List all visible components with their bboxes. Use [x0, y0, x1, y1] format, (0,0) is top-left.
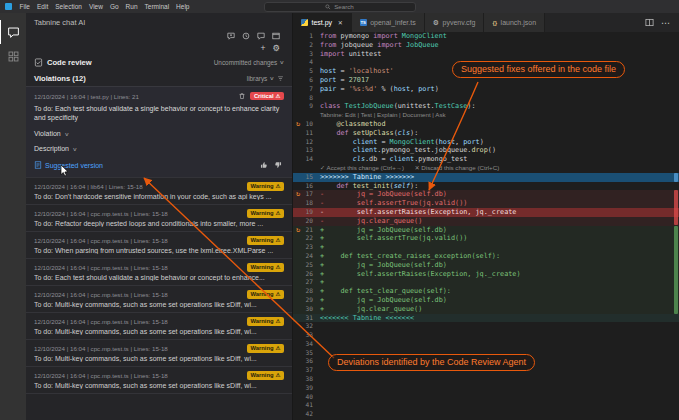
code-line-11[interactable]: 11 def setUpClass(cls):	[293, 129, 679, 138]
violation-item[interactable]: 12/10/2024 | 16:04 | lib64 | Lines: 15-1…	[26, 178, 292, 205]
code-line-26[interactable]: 26+ self.assertRaises(Exception, jq._cre…	[293, 270, 679, 279]
code-line-39[interactable]: 39	[293, 384, 679, 393]
code-line-41[interactable]: 41	[293, 401, 679, 410]
code-line-29[interactable]: 29+ jq = JobQueue(self.db)	[293, 296, 679, 305]
code-line-23[interactable]: 23+	[293, 243, 679, 252]
tab-pyvenv.cfg[interactable]: ⚙pyvenv.cfg	[425, 13, 485, 32]
violation-item[interactable]: 12/10/2024 | 16:04 | cpc.mp.test.ts | Li…	[26, 286, 292, 313]
code-line-10[interactable]: ↻10 @classmethod	[293, 120, 679, 129]
annotation-callout-code: Suggested fixes offered in the code file	[452, 61, 625, 78]
line-number: 21	[303, 226, 320, 235]
code-line-20[interactable]: 20- jq.clear_queue()	[293, 217, 679, 226]
line-number: 30	[303, 305, 320, 314]
tab-label: pyvenv.cfg	[442, 19, 475, 26]
menu-go[interactable]: Go	[106, 3, 122, 10]
violation-item[interactable]: 12/10/2024 | 16:04 | cpc.mp.test.ts | Li…	[26, 367, 292, 394]
code-line-24[interactable]: 24+ def test_create_raises_exception(sel…	[293, 252, 679, 261]
line-number: 38	[303, 375, 320, 384]
violation-item[interactable]: 12/10/2024 | 16:04 | cpc.mp.test.ts | Li…	[26, 259, 292, 286]
tab-test.py[interactable]: test.py✕	[293, 13, 352, 32]
violation-description: To do: Each test should validate a singl…	[34, 104, 284, 122]
code-line-38[interactable]: 38	[293, 375, 679, 384]
code-review-icon	[34, 58, 43, 67]
line-number: 18	[303, 199, 320, 208]
conversations-icon[interactable]	[257, 32, 265, 40]
code-line-14[interactable]: 14 cls.db = client.pymongo_test	[293, 155, 679, 164]
activity-extensions-button[interactable]	[0, 44, 26, 68]
violations-title: Violations (12)	[34, 74, 86, 83]
merge-actions-codelens[interactable]: ✓ Accept this change (Ctrl+→) ✕ Discard …	[293, 164, 679, 173]
menu-run[interactable]: Run	[122, 3, 141, 10]
changes-filter-dropdown[interactable]: Uncommitted changes∨	[214, 59, 284, 66]
more-actions-icon[interactable]: ⋯	[661, 19, 670, 27]
settings-gear-icon[interactable]: ⚙	[272, 44, 280, 52]
menu-selection[interactable]: Selection	[52, 3, 86, 10]
tabnine-fix-icon[interactable]: ↻	[293, 120, 303, 129]
code-line-19[interactable]: 19- self.assertRaises(Exception, jq._cre…	[293, 208, 679, 217]
code-line-9[interactable]: 9class TestJobQueue(unittest.TestCase):	[293, 102, 679, 111]
menu-edit[interactable]: Edit	[33, 3, 51, 10]
violation-item[interactable]: 12/10/2024 | 16:04 | cpc.mp.test.ts | Li…	[26, 232, 292, 259]
code-line-12[interactable]: 12 client = MongoClient(host, port)	[293, 138, 679, 147]
code-line-21[interactable]: ↻21+ jq = JobQueue(self.db)	[293, 226, 679, 235]
code-line-15[interactable]: 15>>>>>>> Tabnine >>>>>>>	[293, 173, 679, 182]
global-search-input[interactable]: Search	[264, 2, 416, 12]
tabnine-fix-icon[interactable]: ↻	[293, 190, 303, 199]
line-number: 13	[303, 146, 320, 155]
code-line-1[interactable]: 1from pymongo import MongoClient	[293, 32, 679, 41]
menu-view[interactable]: View	[85, 3, 106, 10]
code-line-30[interactable]: 30+ jq.clear_queue()	[293, 305, 679, 314]
activity-tabnine-chat-button[interactable]	[0, 20, 26, 44]
code-line-42[interactable]: 42	[293, 410, 679, 419]
menu-file[interactable]: File	[16, 3, 33, 10]
library-filter-dropdown[interactable]: librarys∨	[247, 75, 284, 82]
code-line-25[interactable]: 25+ jq = JobQueue(self.db)	[293, 261, 679, 270]
violation-text: To do: Multi-key commands, such as some …	[34, 382, 284, 389]
thumbs-down-icon[interactable]	[274, 161, 282, 169]
tab-launch.json[interactable]: {}launch.json	[484, 13, 545, 32]
violation-section-toggle[interactable]: Violation∨	[34, 130, 284, 137]
code-line-28[interactable]: 28+ def test_clear_queue(self):	[293, 287, 679, 296]
code-line-40[interactable]: 40	[293, 393, 679, 402]
close-tab-icon[interactable]: ✕	[338, 19, 343, 26]
violation-item[interactable]: 12/10/2024 | 16:04 | cpc.mp.test.ts | Li…	[26, 205, 292, 232]
thumbs-up-icon[interactable]	[260, 161, 268, 169]
violation-item[interactable]: 12/10/2024 | 16:04 | cpc.mp.test.ts | Li…	[26, 340, 292, 367]
tabnine-codelens[interactable]: Tabnine: Edit | Test | Explain | Documen…	[293, 111, 679, 120]
tab-openai_infer.ts[interactable]: TSopenai_infer.ts	[352, 13, 425, 32]
description-section-toggle[interactable]: Description∨	[34, 145, 284, 152]
code-line-18[interactable]: 18- self.assertTrue(jq.valid())	[293, 199, 679, 208]
menu-terminal[interactable]: Terminal	[141, 3, 173, 10]
overview-ruler[interactable]	[672, 32, 679, 420]
code-line-34[interactable]: 34	[293, 340, 679, 349]
code-line-7[interactable]: 7pair = '%s:%d' % (host, port)	[293, 85, 679, 94]
new-chat-plus-icon[interactable]: +	[260, 44, 265, 52]
code-line-33[interactable]: 33	[293, 331, 679, 340]
code-line-22[interactable]: 22+ self.assertTrue(jq.valid())	[293, 234, 679, 243]
code-line-13[interactable]: 13 client.pymongo_test.jobqueue.drop()	[293, 146, 679, 155]
code-line-32[interactable]: 32	[293, 322, 679, 331]
code-line-31[interactable]: 31<<<<<<< Tabnine <<<<<<<	[293, 314, 679, 323]
new-conversation-icon[interactable]	[227, 32, 235, 40]
violation-meta: 12/10/2024 | 16:04 | cpc.mp.test.ts | Li…	[34, 318, 168, 325]
tabnine-chat-panel: Tabnine chat AI + ⚙ Code review Uncommit…	[26, 13, 293, 420]
code-line-16[interactable]: 16 def test_init(self):	[293, 182, 679, 191]
line-number: 4	[303, 58, 320, 67]
search-placeholder: Search	[334, 3, 354, 10]
chat-history-icon[interactable]	[242, 32, 250, 40]
code-line-2[interactable]: 2from jobqueue import JobQueue	[293, 41, 679, 50]
violation-meta: 12/10/2024 | 16:04 | cpc.mp.test.ts | Li…	[34, 372, 168, 379]
line-number: 2	[303, 41, 320, 50]
code-line-3[interactable]: 3import unittest	[293, 50, 679, 59]
violation-item[interactable]: 12/10/2024 | 16:04 | cpc.mp.test.ts | Li…	[26, 313, 292, 340]
tabnine-fix-icon[interactable]: ↻	[293, 226, 303, 235]
trash-icon[interactable]	[238, 92, 246, 100]
code-line-17[interactable]: ↻17- jq = JobQueue(self.db)	[293, 190, 679, 199]
code-line-8[interactable]: 8	[293, 94, 679, 103]
chat-bubble-icon	[7, 26, 20, 39]
code-line-27[interactable]: 27+	[293, 278, 679, 287]
menu-help[interactable]: Help	[173, 3, 193, 10]
line-number: 35	[303, 349, 320, 358]
split-editor-icon[interactable]	[645, 18, 654, 27]
open-in-window-icon[interactable]	[272, 32, 280, 40]
